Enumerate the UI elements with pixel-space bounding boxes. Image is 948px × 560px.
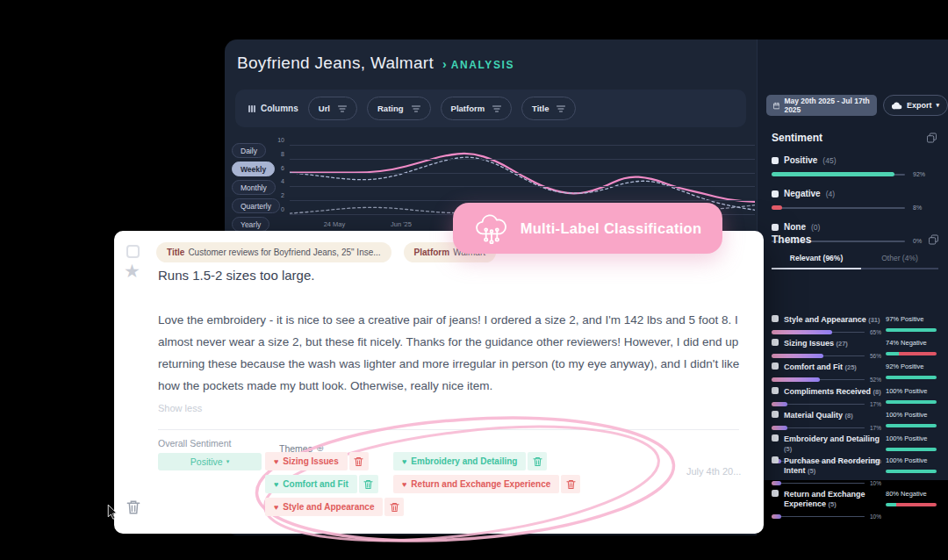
- theme-tag-chip: ♥Embroidery and Detailing: [393, 452, 526, 470]
- chevron-right-icon: ›: [442, 57, 447, 71]
- show-less-link[interactable]: Show less: [158, 403, 202, 413]
- checkbox[interactable]: [772, 190, 779, 197]
- heart-icon: ♥: [274, 503, 278, 512]
- star-icon[interactable]: ★: [124, 261, 140, 282]
- filter-pill-url[interactable]: Url: [308, 97, 357, 120]
- ml-cloud-icon: [474, 212, 509, 244]
- remove-tag-button[interactable]: [528, 452, 547, 470]
- filter-pill-rating[interactable]: Rating: [367, 97, 431, 120]
- caret-down-icon: ▾: [226, 458, 230, 465]
- checkbox[interactable]: [772, 157, 779, 164]
- checkbox[interactable]: [772, 315, 779, 322]
- theme-tag-chip: ♥Style and Appearance: [265, 498, 383, 516]
- review-body: Love the embroidery - it is nice to see …: [158, 309, 751, 397]
- remove-tag-icon: [363, 479, 373, 490]
- review-heading: Runs 1.5-2 sizes too large.: [158, 268, 314, 283]
- breadcrumb: Boyfriend Jeans, Walmart › ANALYSIS: [237, 54, 514, 73]
- theme-tag: ♥Style and Appearance: [265, 498, 404, 516]
- remove-tag-icon: [390, 502, 399, 513]
- sentiment-title: Sentiment: [772, 132, 822, 144]
- remove-tag-icon: [354, 456, 363, 467]
- theme-tags: ♥Sizing Issues♥Embroidery and Detailing♥…: [265, 452, 757, 533]
- theme-tag-chip: ♥Sizing Issues: [265, 452, 348, 470]
- overall-sentiment-dropdown[interactable]: Positive ▾: [158, 453, 262, 470]
- checkbox[interactable]: [772, 363, 779, 370]
- theme-tag: ♥Comfort and Fit: [265, 475, 378, 493]
- checkbox[interactable]: [772, 224, 779, 231]
- tab-other[interactable]: Other (4%): [861, 254, 938, 269]
- heart-icon: ♥: [402, 457, 406, 466]
- copy-icon[interactable]: [927, 133, 937, 143]
- export-button[interactable]: Export ▾: [883, 95, 948, 116]
- review-card: Title Customer reviews for Boyfriend Jea…: [114, 231, 764, 534]
- theme-row: Sizing Issues (27)56%74% Negative: [772, 339, 938, 359]
- theme-row: Material Quality (8)17%100% Positive: [772, 411, 938, 431]
- overall-sentiment-label: Overall Sentiment: [158, 438, 231, 449]
- page-title: Boyfriend Jeans, Walmart: [237, 54, 434, 73]
- heart-icon: ♥: [274, 457, 278, 466]
- time-button-daily[interactable]: Daily: [232, 143, 266, 158]
- time-button-weekly[interactable]: Weekly: [232, 162, 275, 176]
- theme-tag-chip: ♥Comfort and Fit: [265, 475, 357, 493]
- theme-tag: ♥Sizing Issues: [265, 452, 369, 470]
- themes-panel: Themes Relevant (96%) Other (4%) Style a…: [772, 233, 938, 269]
- divider: [158, 429, 739, 430]
- y-tick: 8: [270, 151, 284, 157]
- checkbox[interactable]: [772, 490, 779, 497]
- theme-row: Purchase and Reordering Intent (5)10%100…: [772, 456, 938, 486]
- columns-icon: [248, 105, 256, 112]
- heart-icon: ♥: [274, 480, 278, 489]
- title-badge: Title Customer reviews for Boyfriend Jea…: [156, 242, 391, 262]
- theme-tag-chip: ♥Return and Exchange Experience: [393, 475, 559, 493]
- calendar-icon: [773, 102, 779, 110]
- y-tick: 10: [270, 137, 284, 143]
- delete-review-icon[interactable]: [126, 499, 140, 515]
- remove-tag-button[interactable]: [349, 452, 369, 470]
- columns-button[interactable]: Columns: [248, 104, 298, 113]
- filter-icon: [492, 105, 501, 112]
- remove-tag-button[interactable]: [384, 498, 404, 516]
- filter-icon: [412, 105, 420, 112]
- banner-label: Multi-Label Classification: [521, 220, 702, 237]
- theme-tag: ♥Embroidery and Detailing: [393, 452, 547, 470]
- caret-down-icon: ▾: [936, 102, 939, 109]
- copy-icon[interactable]: [929, 234, 938, 245]
- y-tick: 0: [270, 206, 284, 212]
- checkbox[interactable]: [772, 434, 779, 442]
- time-button-monthly[interactable]: Monthly: [232, 180, 276, 195]
- mouse-cursor: [107, 504, 118, 521]
- filter-pill-title[interactable]: Title: [521, 97, 576, 120]
- theme-tag: ♥Return and Exchange Experience: [393, 475, 580, 493]
- theme-row: Compliments Received (8)17%100% Positive: [772, 387, 938, 407]
- time-button-yearly[interactable]: Yearly: [232, 217, 269, 232]
- sentiment-row-positive: Positive (45) 92%: [772, 155, 937, 177]
- analysis-sidebar: May 20th 2025 - Jul 17th 2025 Export ▾ S…: [757, 39, 948, 480]
- heart-icon: ♥: [402, 480, 406, 489]
- filter-icon: [557, 105, 565, 112]
- x-tick-jun: Jun '25: [379, 220, 423, 228]
- remove-tag-icon: [566, 479, 576, 490]
- remove-tag-icon: [533, 456, 542, 467]
- sentiment-row-negative: Negative (4) 8%: [772, 189, 937, 211]
- checkbox[interactable]: [772, 411, 779, 418]
- tab-relevant[interactable]: Relevant (96%): [772, 254, 861, 269]
- checkbox[interactable]: [772, 387, 779, 394]
- checkbox[interactable]: [772, 339, 779, 346]
- multi-label-banner: Multi-Label Classification: [453, 203, 722, 254]
- checkbox[interactable]: [772, 456, 779, 463]
- y-tick: 2: [270, 192, 284, 198]
- theme-row: Comfort and Fit (25)52%92% Positive: [772, 363, 938, 383]
- theme-row: Style and Appearance (31)65%97% Positive: [772, 315, 938, 335]
- remove-tag-button[interactable]: [561, 475, 580, 493]
- remove-tag-button[interactable]: [359, 475, 378, 493]
- theme-row: Return and Exchange Experience (5)10%80%…: [772, 490, 938, 520]
- date-range-button[interactable]: May 20th 2025 - Jul 17th 2025: [766, 95, 877, 116]
- y-tick: 4: [270, 178, 284, 184]
- filter-bar: Columns Url Rating Platform Title: [235, 90, 746, 127]
- filter-pill-platform[interactable]: Platform: [441, 97, 513, 120]
- review-checkbox[interactable]: [126, 245, 140, 258]
- review-date: July 4th 20...: [686, 466, 741, 477]
- sentiment-panel: Sentiment Positive (45) 92% Negative (4)…: [772, 132, 937, 244]
- breadcrumb-analysis: ANALYSIS: [451, 59, 514, 71]
- cloud-export-icon: [892, 102, 902, 110]
